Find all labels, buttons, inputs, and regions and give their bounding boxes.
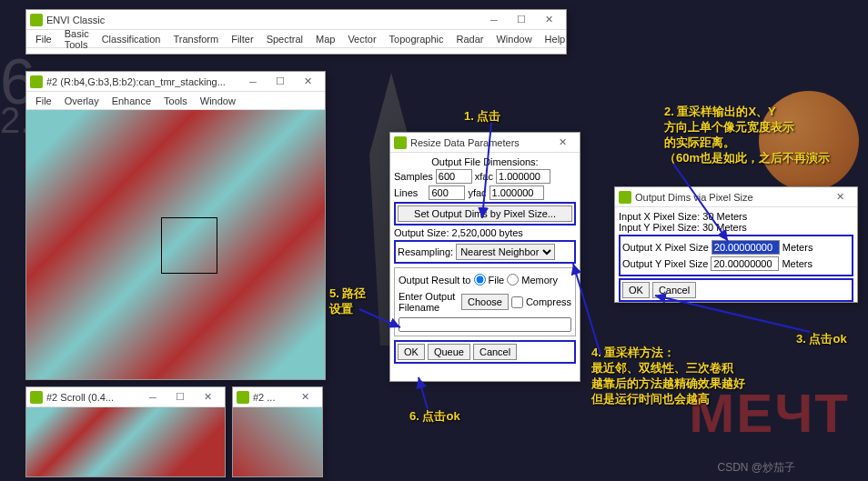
menu-spectral[interactable]: Spectral [261, 32, 308, 46]
imgmenu-window[interactable]: Window [195, 94, 241, 108]
menu-topographic[interactable]: Topographic [384, 32, 449, 46]
maximize-button[interactable]: ☐ [167, 388, 194, 406]
output-x-label: Output X Pixel Size [622, 242, 709, 253]
envi-app-icon [394, 136, 407, 149]
envi-menubar: File Basic Tools Classification Transfor… [26, 30, 566, 48]
maximize-button[interactable]: ☐ [267, 73, 294, 91]
outdims-titlebar[interactable]: Output Dims via Pixel Size ✕ [615, 187, 857, 207]
close-button[interactable]: ✕ [294, 73, 321, 91]
close-button[interactable]: ✕ [826, 188, 853, 206]
output-dims-header: Output File Dimensions: [394, 156, 576, 167]
menu-window[interactable]: Window [490, 32, 537, 46]
ok-button[interactable]: OK [398, 344, 425, 360]
menu-map[interactable]: Map [310, 32, 340, 46]
outdims-title: Output Dims via Pixel Size [635, 192, 826, 203]
memory-label: Memory [521, 275, 558, 286]
minimize-button[interactable]: ─ [239, 73, 267, 91]
output-size-text: Output Size: 2,520,000 bytes [394, 227, 576, 238]
imgmenu-enhance[interactable]: Enhance [106, 94, 156, 108]
lines-label: Lines [394, 187, 418, 198]
resize-data-dialog: Resize Data Parameters ✕ Output File Dim… [389, 132, 580, 382]
choose-button[interactable]: Choose [461, 294, 509, 310]
queue-button[interactable]: Queue [428, 344, 470, 360]
annotation-5: 5. 路径 设置 [329, 286, 366, 317]
annotation-6: 6. 点击ok [409, 409, 460, 425]
annotation-4: 4. 重采样方法： 最近邻、双线性、三次卷积 越靠后的方法越精确效果越好 但是运… [591, 346, 745, 407]
scroll-title: #2 Scroll (0.4... [46, 392, 139, 403]
close-button[interactable]: ✕ [291, 388, 318, 406]
imgmenu-tools[interactable]: Tools [158, 94, 193, 108]
xfac-label: xfac [475, 171, 493, 182]
close-button[interactable]: ✕ [535, 11, 562, 29]
image-canvas[interactable] [26, 110, 325, 379]
output-x-input[interactable] [712, 240, 780, 255]
zoom-titlebar[interactable]: #2 ... ✕ [233, 387, 322, 407]
compress-label: Compress [526, 296, 571, 307]
zoom-window: #2 ... ✕ [232, 386, 323, 477]
imgmenu-overlay[interactable]: Overlay [59, 94, 105, 108]
output-y-label: Output Y Pixel Size [622, 258, 708, 269]
compress-checkbox[interactable] [511, 296, 523, 308]
close-button[interactable]: ✕ [194, 388, 221, 406]
envi-app-icon [30, 391, 43, 404]
output-memory-radio[interactable] [507, 274, 519, 286]
envi-app-icon [30, 75, 43, 88]
minimize-button[interactable]: ─ [480, 11, 508, 29]
envi-main-window: ENVI Classic ─ ☐ ✕ File Basic Tools Clas… [25, 9, 567, 55]
filename-label: Enter Output Filename [399, 291, 459, 313]
menu-transform[interactable]: Transform [167, 32, 224, 46]
image-display-window: #2 (R:b4,G:b3,B:b2):can_tmr_stacking... … [25, 71, 326, 380]
output-y-input[interactable] [711, 256, 779, 271]
input-y-size-text: Input Y Pixel Size: 30 Meters [619, 222, 853, 233]
filename-input[interactable] [399, 317, 571, 332]
watermark: CSDN @炒茄子 [717, 460, 795, 476]
annotation-1: 1. 点击 [464, 109, 500, 125]
menu-filter[interactable]: Filter [226, 32, 258, 46]
zoom-title: #2 ... [253, 392, 291, 403]
samples-label: Samples [394, 171, 433, 182]
set-output-dims-button[interactable]: Set Output Dims by Pixel Size... [398, 205, 572, 222]
file-label: File [489, 275, 505, 286]
envi-titlebar[interactable]: ENVI Classic ─ ☐ ✕ [26, 10, 566, 30]
input-x-size-text: Input X Pixel Size: 30 Meters [619, 211, 853, 222]
menu-basic-tools[interactable]: Basic Tools [59, 26, 95, 52]
meters-label: Meters [782, 242, 813, 253]
minimize-button[interactable]: ─ [139, 388, 167, 406]
menu-classification[interactable]: Classification [96, 32, 167, 46]
envi-app-icon [30, 14, 43, 26]
envi-app-icon [237, 391, 249, 404]
envi-app-icon [619, 191, 631, 204]
menu-vector[interactable]: Vector [342, 32, 381, 46]
output-file-radio[interactable] [474, 274, 486, 286]
image-titlebar[interactable]: #2 (R:b4,G:b3,B:b2):can_tmr_stacking... … [26, 72, 325, 92]
scroll-canvas[interactable] [26, 407, 225, 476]
output-result-label: Output Result to [399, 275, 471, 286]
resampling-label: Resampling: [398, 246, 453, 257]
ok-button[interactable]: OK [622, 282, 650, 298]
resampling-select[interactable]: Nearest Neighbor [456, 244, 555, 260]
yfac-label: yfac [468, 187, 486, 198]
cancel-button[interactable]: Cancel [652, 282, 696, 298]
menu-file[interactable]: File [30, 32, 57, 46]
close-button[interactable]: ✕ [549, 134, 576, 152]
menu-help[interactable]: Help [540, 32, 571, 46]
image-title: #2 (R:b4,G:b3,B:b2):can_tmr_stacking... [46, 76, 239, 87]
xfac-input[interactable] [496, 169, 550, 184]
yfac-input[interactable] [490, 185, 544, 200]
scroll-titlebar[interactable]: #2 Scroll (0.4... ─ ☐ ✕ [26, 387, 225, 407]
maximize-button[interactable]: ☐ [508, 11, 535, 29]
lines-input[interactable] [429, 185, 465, 200]
image-menubar: File Overlay Enhance Tools Window [26, 92, 325, 110]
menu-radar[interactable]: Radar [451, 32, 490, 46]
envi-title: ENVI Classic [46, 15, 480, 25]
imgmenu-file[interactable]: File [30, 94, 57, 108]
annotation-3: 3. 点击ok [796, 332, 847, 347]
samples-input[interactable] [436, 169, 472, 184]
resize-title: Resize Data Parameters [410, 137, 549, 148]
annotation-2: 2. 重采样输出的X、Y 方向上单个像元宽度表示 的实际距离。 （60m也是如此… [664, 105, 830, 166]
cancel-button[interactable]: Cancel [473, 344, 517, 360]
zoom-canvas[interactable] [233, 407, 322, 476]
resize-titlebar[interactable]: Resize Data Parameters ✕ [390, 133, 580, 153]
output-dims-dialog: Output Dims via Pixel Size ✕ Input X Pix… [614, 186, 858, 303]
scroll-window: #2 Scroll (0.4... ─ ☐ ✕ [25, 386, 226, 477]
